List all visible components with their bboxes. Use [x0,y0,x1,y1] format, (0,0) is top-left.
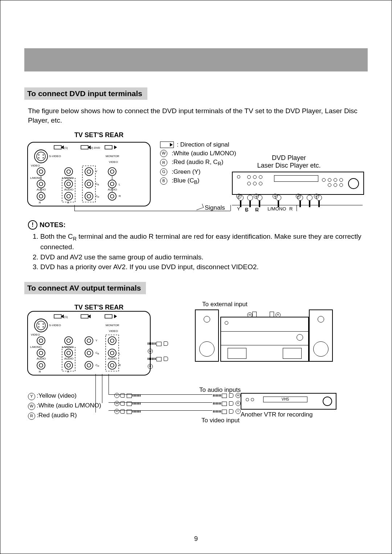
svg-text:CB: CB [95,182,99,186]
svg-text:CR: CR [95,194,99,198]
svg-point-71 [39,364,43,367]
svg-text:(2) DVD: (2) DVD [90,146,100,149]
svg-point-61 [37,321,45,330]
svg-point-27 [108,168,116,176]
svg-point-16 [67,170,70,173]
player-connector-labels: Y CB CR L/MONO R [232,205,363,213]
svg-point-15 [65,168,73,176]
svg-point-67 [39,339,43,342]
legend-white-2: W:White (audio L/MONO) [28,401,101,410]
to-audio-inputs-label: To audio inputs [199,386,241,394]
vtr-caption: Another VTR for recording [241,411,313,418]
tv-rear-panel-1: (1) (2) DVD S-VIDEO MONITOR VIDEO VIDEO … [27,142,151,206]
svg-rect-90 [106,335,119,371]
svg-point-88 [108,361,116,369]
to-external-input-label: To external input [202,301,248,308]
svg-text:R: R [67,370,69,373]
svg-point-26 [87,194,91,198]
svg-point-8 [42,157,44,159]
svg-text:AUDIO: AUDIO [37,357,46,360]
svg-point-11 [37,180,45,188]
figure-av-output: TV SET'S REAR [24,301,368,424]
tv-rear-panel-2: (1) S-VIDEO MONITOR VIDEO VIDEO L/MONO L… [27,311,151,376]
svg-rect-58 [81,315,88,318]
arrow-icon [160,141,174,148]
svg-point-20 [67,194,70,198]
svg-text:R: R [39,370,41,373]
svg-point-63 [42,323,44,324]
svg-text:R: R [119,194,121,198]
svg-point-19 [65,192,73,200]
svg-text:CR: CR [95,364,99,367]
svg-point-29 [108,180,116,188]
svg-point-77 [67,364,70,367]
svg-point-64 [38,326,39,327]
svg-text:L/MONO: L/MONO [62,176,74,180]
svg-point-62 [38,323,39,324]
svg-text:VIDEO: VIDEO [109,160,118,164]
svg-text:VIDEO: VIDEO [31,333,40,336]
svg-point-22 [87,170,91,173]
svg-point-6 [42,155,44,156]
svg-point-87 [110,351,114,355]
svg-text:Y: Y [95,170,98,173]
legend-red-2: R:Red (audio R) [28,410,101,420]
output-plugs-1: W R [148,341,168,372]
svg-rect-1 [81,145,88,149]
circle-w-icon: W [28,403,35,410]
svg-point-9 [37,168,45,176]
svg-point-72 [65,337,73,345]
notes-title: NOTES: [40,221,66,229]
circle-g-icon: G [160,168,167,176]
svg-point-81 [87,351,91,355]
svg-point-23 [85,180,93,188]
circle-b-icon: B [160,177,167,185]
notes-list: Both the CR terminal and the audio R ter… [40,232,364,272]
svg-rect-57 [54,315,61,318]
svg-text:R: R [39,201,41,204]
svg-text:MONITOR: MONITOR [106,155,119,158]
svg-point-24 [87,182,91,186]
dvd-player-label: DVD Player Laser Disc Player etc. [240,154,338,169]
tv-rear-label-1: TV SET'S REAR [74,131,368,139]
figure-dvd: (1) (2) DVD S-VIDEO MONITOR VIDEO VIDEO … [24,140,368,213]
svg-point-5 [38,155,39,156]
svg-point-32 [110,194,114,198]
legend-signal-direction: : Direction of signal [160,140,363,149]
svg-point-28 [110,170,114,173]
tv-rear-label-2: TV SET'S REAR [74,304,123,311]
svg-text:MONITOR: MONITOR [106,324,119,327]
svg-point-21 [85,168,93,176]
circle-r-icon: R [28,413,35,420]
notes-heading: ! NOTES: [28,220,368,230]
svg-text:VIDEO: VIDEO [109,329,118,333]
svg-text:S-VIDEO: S-VIDEO [49,324,61,327]
svg-text:L/MONO: L/MONO [62,345,74,349]
svg-point-76 [65,361,73,369]
svg-text:L/MONO: L/MONO [30,345,42,349]
svg-point-80 [85,349,93,357]
svg-point-12 [39,182,43,186]
svg-text:CB: CB [95,351,99,355]
svg-text:VIDEO: VIDEO [31,164,40,167]
svg-point-83 [87,364,91,367]
header-band [24,48,368,71]
page-number: 9 [0,535,392,543]
vtr-plugs: W R Y [213,393,241,417]
svg-text:(1): (1) [64,315,68,319]
svg-point-25 [85,192,93,200]
legend-av-output: Y:Yellow (video) W:White (audio L/MONO) … [28,391,101,420]
section1-title: To connect DVD input terminals [24,87,147,100]
svg-rect-2 [105,145,112,149]
svg-point-86 [108,349,116,357]
exclamation-icon: ! [28,220,37,230]
svg-point-89 [110,364,114,367]
svg-point-31 [108,192,116,200]
svg-text:L: L [119,352,121,355]
svg-text:AUDIO: AUDIO [37,188,46,191]
svg-point-17 [65,180,73,188]
section1-intro: The figure below shows how to connect th… [28,106,368,125]
svg-text:AUDIO: AUDIO [108,357,117,360]
svg-text:L: L [119,183,121,186]
svg-point-78 [85,337,93,345]
